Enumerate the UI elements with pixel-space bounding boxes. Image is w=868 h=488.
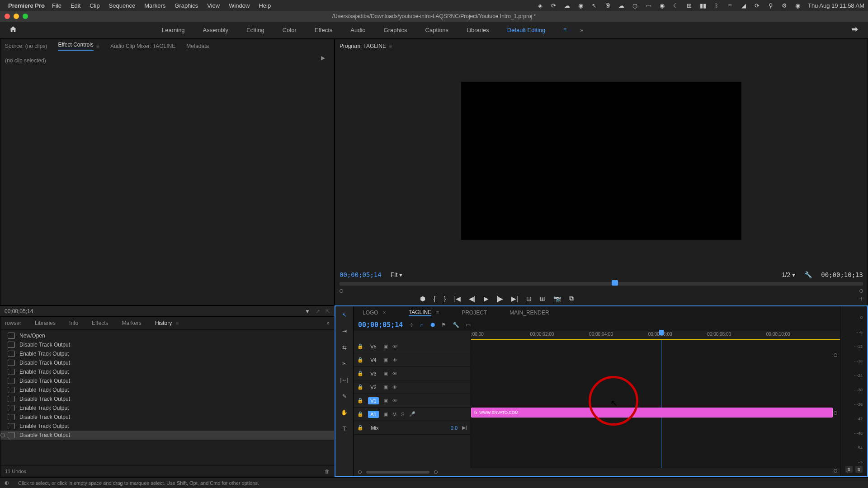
ripple-tool-icon[interactable]: ⇆	[340, 343, 349, 352]
menu-sequence[interactable]: Sequence	[109, 2, 136, 9]
trash-icon[interactable]: 🗑	[325, 469, 330, 474]
eye-icon[interactable]: 👁	[392, 357, 397, 363]
slip-tool-icon[interactable]: |↔|	[340, 375, 349, 385]
minimize-button[interactable]	[14, 14, 19, 19]
linked-selection-icon[interactable]: ∩	[420, 322, 424, 328]
home-icon[interactable]	[9, 25, 17, 35]
cloud-icon[interactable]: ☁	[564, 2, 571, 9]
workspace-default-editing[interactable]: Default Editing	[507, 27, 546, 33]
history-item[interactable]: Enable Track Output	[0, 367, 334, 376]
track-select-tool-icon[interactable]: ⇥	[340, 326, 349, 336]
workspace-menu-icon[interactable]: ≡	[563, 27, 566, 33]
eye-icon[interactable]: 👁	[392, 398, 397, 404]
history-item[interactable]: Disable Track Output	[0, 413, 334, 422]
filter-icon[interactable]: ▼	[305, 308, 310, 314]
solo-right[interactable]: S	[855, 466, 863, 473]
battery-icon[interactable]: ▮▮	[699, 2, 707, 9]
maximize-button[interactable]	[23, 14, 28, 19]
history-item[interactable]: Disable Track Output	[0, 376, 334, 385]
resolution-dropdown[interactable]: 1/2 ▾	[782, 271, 795, 278]
workspace-graphics[interactable]: Graphics	[384, 27, 407, 33]
tab-metadata[interactable]: Metadata	[186, 43, 209, 49]
step-forward-icon[interactable]: |▶	[497, 295, 504, 302]
target-icon[interactable]: ▣	[383, 384, 388, 390]
history-item[interactable]: Enable Track Output	[0, 349, 334, 358]
history-item[interactable]: Enable Track Output	[0, 422, 334, 431]
clip-area[interactable]: fx WWW.ENVATO.COM ↖	[471, 340, 840, 468]
camera-icon[interactable]: 📷	[553, 295, 561, 302]
mute-icon[interactable]: M	[392, 412, 396, 417]
track-area[interactable]: ;00;00 00;00;02;00 00;00;04;00 00;00;06;…	[471, 331, 840, 468]
compare-icon[interactable]: ⧉	[569, 295, 574, 302]
selection-tool-icon[interactable]: ↖	[340, 310, 349, 320]
workspace-overflow-icon[interactable]: »	[580, 27, 583, 33]
mix-value[interactable]: 0.0	[451, 425, 458, 431]
target-icon[interactable]: ▣	[383, 371, 388, 376]
sequence-tab-project[interactable]: PROJECT	[462, 310, 487, 316]
upload-icon[interactable]: ☁	[618, 2, 625, 9]
tab-history[interactable]: History	[155, 320, 172, 326]
history-item[interactable]: Disable Track Output	[0, 340, 334, 349]
target-icon[interactable]: ▣	[383, 411, 388, 417]
close-button[interactable]	[5, 14, 10, 19]
workspace-learning[interactable]: Learning	[162, 27, 185, 33]
sync-icon[interactable]: ⟳	[550, 2, 557, 9]
history-item[interactable]: Enable Track Output	[0, 385, 334, 394]
mic-icon[interactable]: 🎤	[409, 411, 415, 417]
workspace-audio[interactable]: Audio	[350, 27, 365, 33]
menu-view[interactable]: View	[207, 2, 220, 9]
marker-icon[interactable]: ⬢	[420, 295, 425, 302]
app-name[interactable]: Premiere Pro	[8, 2, 45, 9]
target-icon[interactable]: ▣	[383, 357, 388, 363]
sequence-tab-logo[interactable]: LOGO	[363, 310, 378, 316]
hand-tool-icon[interactable]: ✋	[340, 408, 349, 418]
sequence-tab-main-render[interactable]: MAIN_RENDER	[509, 310, 549, 316]
track-v3[interactable]: 🔒V3▣👁	[354, 367, 471, 380]
tab-info[interactable]: Info	[69, 320, 78, 326]
tab-markers[interactable]: Markers	[122, 320, 142, 326]
type-tool-icon[interactable]: T	[340, 424, 349, 434]
track-v5[interactable]: 🔒V5▣👁	[354, 340, 471, 353]
lock-icon[interactable]: 🔒	[357, 357, 363, 363]
snap-icon[interactable]: ⊹	[409, 322, 414, 328]
lock-icon[interactable]: 🔒	[357, 384, 363, 390]
overflow-icon[interactable]: »	[326, 320, 330, 326]
menu-file[interactable]: File	[52, 2, 61, 9]
track-a1[interactable]: 🔒A1▣MS🎤	[354, 408, 471, 421]
workspace-editing[interactable]: Editing	[246, 27, 264, 33]
tab-libraries[interactable]: Libraries	[35, 320, 56, 326]
track-dot[interactable]	[834, 469, 837, 473]
expand-icon[interactable]: ▶|	[462, 425, 467, 431]
eye-icon[interactable]: 👁	[392, 371, 397, 376]
solo-icon[interactable]: S	[401, 412, 404, 417]
pen-tool-icon[interactable]: ✎	[340, 391, 349, 401]
siri-icon[interactable]: ◉	[794, 2, 802, 9]
solo-left[interactable]: S	[845, 466, 853, 473]
go-to-out-icon[interactable]: ▶|	[511, 295, 518, 302]
cc-icon[interactable]: ▭	[466, 322, 471, 328]
play-icon[interactable]: ◉	[659, 2, 666, 9]
wrench-icon[interactable]: 🔧	[804, 271, 812, 278]
in-point-icon[interactable]: {	[434, 295, 436, 302]
bluetooth-icon[interactable]: ᛒ	[713, 2, 720, 9]
step-back-icon[interactable]: ◀|	[469, 295, 476, 302]
track-dot[interactable]	[834, 353, 837, 357]
lift-icon[interactable]: ⊟	[526, 295, 532, 302]
track-v1[interactable]: 🔒V1▣👁	[354, 394, 471, 408]
display-icon[interactable]: ▭	[645, 2, 652, 9]
tab-source[interactable]: Source: (no clips)	[5, 43, 47, 49]
lock-icon[interactable]: 🔒	[357, 343, 363, 349]
panel-menu-icon[interactable]: ≡	[175, 320, 179, 326]
lock-icon[interactable]: 🔒	[357, 398, 363, 404]
menu-clip[interactable]: Clip	[90, 2, 99, 9]
collapse-icon[interactable]: ▶	[321, 55, 325, 61]
history-item[interactable]: New/Open	[0, 331, 334, 340]
go-to-in-icon[interactable]: |◀	[454, 295, 461, 302]
history-item[interactable]: Enable Track Output	[0, 404, 334, 413]
history-item[interactable]: Disable Track Output	[0, 358, 334, 367]
tab-browser[interactable]: rowser	[5, 320, 21, 326]
circle-icon[interactable]: ◉	[577, 2, 585, 9]
track-v2[interactable]: 🔒V2▣👁	[354, 380, 471, 394]
workspace-effects[interactable]: Effects	[315, 27, 333, 33]
eye-icon[interactable]: 👁	[392, 344, 397, 349]
